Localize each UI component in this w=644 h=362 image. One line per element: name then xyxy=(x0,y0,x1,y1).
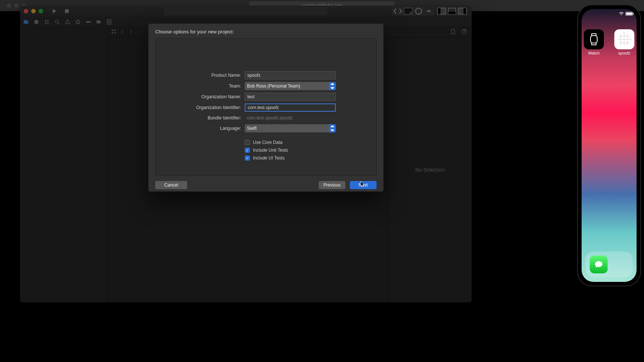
stop-button[interactable] xyxy=(64,8,70,14)
svg-point-4 xyxy=(416,8,422,14)
svg-rect-18 xyxy=(107,20,111,24)
code-icon[interactable] xyxy=(393,7,403,15)
spoofz-app[interactable]: spoofz xyxy=(614,29,634,55)
panel-toggle-segment[interactable] xyxy=(436,7,468,16)
product-name-field[interactable] xyxy=(245,71,336,79)
bottom-panel-icon[interactable] xyxy=(447,7,457,15)
status-bar xyxy=(619,12,633,16)
cancel-button[interactable]: Cancel xyxy=(155,181,187,189)
help-inspector-icon[interactable] xyxy=(461,29,467,36)
watch-app-icon xyxy=(584,29,604,49)
editor-mode-segment[interactable] xyxy=(392,7,435,16)
file-inspector-icon[interactable] xyxy=(450,29,456,36)
battery-icon xyxy=(625,12,633,16)
org-id-label: Organization Identifier: xyxy=(178,105,241,110)
jump-back-icon[interactable] xyxy=(121,30,124,35)
team-label: Team: xyxy=(178,83,241,89)
language-label: Language: xyxy=(178,126,241,131)
xcode-titlebar xyxy=(20,6,472,17)
xcode-window: No Selection Choose options for your new… xyxy=(20,6,472,302)
svg-point-16 xyxy=(55,20,58,23)
inspector-empty-text: No Selection xyxy=(415,167,445,173)
svg-rect-1 xyxy=(404,9,412,10)
simulator-dock[interactable] xyxy=(585,251,633,277)
issue-navigator-icon[interactable] xyxy=(65,19,71,25)
team-select[interactable]: Bob Ross (Personal Team) xyxy=(245,82,336,90)
messages-app-icon[interactable] xyxy=(590,256,608,273)
org-name-label: Organization Name: xyxy=(178,94,241,99)
org-id-field[interactable] xyxy=(245,103,336,112)
left-panel-icon[interactable] xyxy=(437,7,446,15)
svg-rect-6 xyxy=(438,8,440,14)
svg-point-13 xyxy=(47,20,49,22)
jump-forward-icon[interactable] xyxy=(129,30,133,35)
new-project-sheet: Choose options for your new project: Pro… xyxy=(148,23,384,192)
next-button[interactable]: Next xyxy=(350,181,377,189)
svg-rect-3 xyxy=(404,12,409,13)
svg-rect-19 xyxy=(112,30,113,31)
bundle-id-value: com.test.spoofz.spoofz xyxy=(245,114,336,122)
sheet-title: Choose options for your new project: xyxy=(155,29,377,34)
bundle-id-label: Bundle Identifier: xyxy=(178,115,241,121)
find-navigator-icon[interactable] xyxy=(54,19,60,25)
window-traffic-lights[interactable] xyxy=(24,9,43,13)
svg-point-15 xyxy=(47,22,49,24)
watch-app[interactable]: Watch xyxy=(584,29,604,55)
version-editor-icon[interactable] xyxy=(424,7,434,15)
svg-rect-0 xyxy=(65,9,69,13)
run-button[interactable] xyxy=(51,8,57,14)
minimize-icon[interactable] xyxy=(31,9,36,13)
ios-simulator: Watch spoofz xyxy=(577,4,641,286)
svg-rect-11 xyxy=(35,20,38,24)
chevron-up-down-icon xyxy=(331,83,334,89)
breakpoint-navigator-icon[interactable] xyxy=(96,19,102,25)
report-navigator-icon[interactable] xyxy=(106,19,112,25)
jump-grid-icon[interactable] xyxy=(111,29,116,35)
scheme-activity-bar[interactable] xyxy=(164,7,328,15)
svg-rect-10 xyxy=(464,8,466,14)
close-icon[interactable] xyxy=(24,9,28,13)
spoofz-app-label: spoofz xyxy=(618,51,630,55)
ui-tests-label: Include UI Tests xyxy=(253,155,284,161)
debug-navigator-icon[interactable] xyxy=(85,19,91,25)
svg-point-12 xyxy=(45,20,46,22)
spoofz-app-icon xyxy=(614,29,634,49)
watch-app-label: Watch xyxy=(588,51,600,55)
test-navigator-icon[interactable] xyxy=(75,19,81,25)
project-navigator-icon[interactable] xyxy=(23,19,29,25)
core-data-label: Use Core Data xyxy=(253,140,282,145)
svg-rect-21 xyxy=(112,32,113,34)
ui-tests-checkbox[interactable]: ✓ xyxy=(245,155,250,161)
svg-rect-20 xyxy=(114,30,116,31)
assistant-editor-icon[interactable] xyxy=(414,7,423,15)
svg-rect-8 xyxy=(448,12,456,14)
svg-rect-24 xyxy=(591,36,597,43)
source-control-navigator-icon[interactable] xyxy=(33,19,39,25)
right-panel-icon[interactable] xyxy=(458,7,467,15)
svg-rect-22 xyxy=(114,32,116,34)
language-select[interactable]: Swift xyxy=(245,124,336,132)
simulator-screen[interactable]: Watch spoofz xyxy=(582,9,637,282)
standard-editor-icon[interactable] xyxy=(403,7,413,15)
org-name-field[interactable] xyxy=(245,93,336,101)
symbol-navigator-icon[interactable] xyxy=(44,19,50,25)
unit-tests-checkbox[interactable]: ✓ xyxy=(245,148,250,153)
maximize-icon[interactable] xyxy=(39,9,43,13)
language-select-value: Swift xyxy=(247,126,257,131)
svg-rect-2 xyxy=(404,10,412,11)
svg-rect-17 xyxy=(86,21,91,23)
team-select-value: Bob Ross (Personal Team) xyxy=(247,83,300,89)
unit-tests-label: Include Unit Tests xyxy=(253,148,288,153)
project-navigator[interactable] xyxy=(20,27,107,302)
core-data-checkbox[interactable] xyxy=(245,140,250,145)
previous-button[interactable]: Previous xyxy=(319,181,345,189)
product-name-label: Product Name: xyxy=(178,73,241,78)
wifi-icon xyxy=(619,12,624,16)
chevron-up-down-icon xyxy=(331,125,334,131)
svg-point-14 xyxy=(45,22,46,24)
inspector-panel: No Selection xyxy=(388,27,472,302)
